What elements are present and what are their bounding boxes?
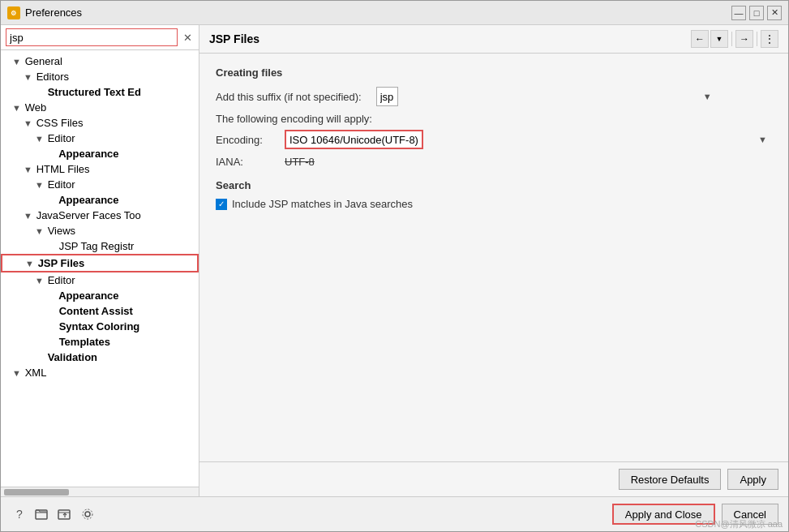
nav-separator-2 [757, 32, 757, 46]
expander-icon [35, 353, 45, 363]
forward-button[interactable]: → [735, 30, 753, 48]
expander-icon: ▼ [35, 226, 45, 236]
tree-item-jsf-views[interactable]: ▼ Views [1, 223, 199, 238]
nav-separator [731, 32, 732, 46]
encoding-dropdown-arrow: ▼ [758, 135, 767, 144]
tree-item-general[interactable]: ▼ General [1, 54, 199, 69]
tree-item-validation[interactable]: Validation [1, 350, 199, 365]
tree-item-label: CSS Files [36, 117, 84, 129]
dialog-icon: ⚙ [7, 6, 20, 19]
expander-icon: ▼ [24, 118, 33, 128]
search-input[interactable] [6, 28, 178, 46]
maximize-button[interactable]: □ [749, 6, 764, 20]
tree-item-jsf-tag-registry[interactable]: JSP Tag Registr [1, 238, 199, 254]
suffix-select[interactable]: jsp [376, 87, 398, 106]
tree-item-jsp-appearance[interactable]: Appearance [1, 288, 199, 303]
restore-defaults-button[interactable]: Restore Defaults [619, 469, 722, 490]
dialog-title: Preferences [25, 6, 731, 19]
back-dropdown-button[interactable]: ▼ [710, 30, 728, 48]
expander-icon: ▼ [12, 368, 22, 378]
expander-icon [35, 88, 45, 97]
encoding-section-title: The following encoding will apply: [216, 113, 772, 125]
action-buttons-bar: Restore Defaults Apply [199, 461, 788, 496]
tree-item-label: Editor [48, 178, 75, 191]
bottom-left-icons: ? [11, 505, 96, 523]
expander-icon: ▼ [35, 180, 45, 190]
tree-item-css-editor[interactable]: ▼ Editor [1, 131, 199, 146]
creating-files-title: Creating files [216, 66, 772, 79]
tree-item-label: JavaServer Faces Too [36, 209, 141, 221]
nav-buttons: ← ▼ → ⋮ [691, 30, 778, 48]
tree-item-label: Structured Text Ed [48, 86, 141, 98]
apply-button[interactable]: Apply [727, 469, 778, 490]
settings-icon[interactable] [79, 505, 96, 523]
expander-icon: ▼ [35, 134, 45, 144]
expander-icon: ▼ [24, 72, 33, 82]
encoding-label: Encoding: [216, 134, 285, 146]
expander-icon: ▼ [24, 165, 33, 174]
tree-item-html-files[interactable]: ▼ HTML Files [1, 161, 199, 177]
iana-row: IANA: UTF-8 [216, 156, 772, 168]
minimize-button[interactable]: — [731, 6, 746, 20]
expander-icon [46, 307, 56, 316]
tree-item-web[interactable]: ▼ Web [1, 100, 199, 115]
search-section-title: Search [216, 179, 772, 191]
tree-item-html-appearance[interactable]: Appearance [1, 192, 199, 208]
tree-item-label: Appearance [58, 148, 118, 160]
tree-scrollbar[interactable] [1, 487, 199, 496]
expander-icon: ▼ [25, 259, 35, 268]
tree-item-label: Editors [36, 71, 69, 83]
suffix-row: Add this suffix (if not specified): jsp … [216, 87, 772, 106]
watermark: CSDN@清风微凉 aaa [695, 518, 783, 530]
right-panel: JSP Files ← ▼ → ⋮ Creating files Add thi… [199, 25, 788, 496]
tree-item-label: Views [48, 225, 75, 237]
tree-item-label: Web [25, 101, 47, 114]
tree-item-label: Validation [48, 351, 97, 363]
suffix-label: Add this suffix (if not specified): [216, 91, 362, 103]
encoding-select[interactable]: ISO 10646/Unicode(UTF-8) [285, 130, 423, 149]
back-button[interactable]: ← [691, 30, 709, 48]
close-button[interactable]: ✕ [767, 6, 782, 20]
checkmark-icon: ✓ [218, 200, 225, 208]
iana-label: IANA: [216, 156, 285, 168]
expander-icon [46, 149, 56, 159]
svg-point-6 [83, 509, 92, 519]
tree-item-html-editor[interactable]: ▼ Editor [1, 177, 199, 192]
right-content: Creating files Add this suffix (if not s… [199, 54, 788, 461]
more-button[interactable]: ⋮ [761, 30, 778, 48]
include-jsp-checkbox[interactable]: ✓ [216, 199, 227, 210]
encoding-dropdown-wrapper: ISO 10646/Unicode(UTF-8) ▼ [285, 130, 772, 149]
tree: ▼ General ▼ Editors Structured Text Ed ▼… [1, 50, 199, 487]
suffix-dropdown-wrapper: jsp ▼ [376, 87, 717, 106]
tree-item-label: XML [25, 367, 47, 379]
search-clear-button[interactable]: ✕ [181, 32, 194, 44]
tree-item-label: Content Assist [59, 305, 133, 317]
tree-item-xml[interactable]: ▼ XML [1, 365, 199, 380]
folder-in-icon [35, 507, 49, 521]
tree-item-syntax-coloring[interactable]: Syntax Coloring [1, 319, 199, 334]
title-bar: ⚙ Preferences — □ ✕ [1, 1, 788, 25]
include-jsp-label: Include JSP matches in Java searches [232, 198, 413, 210]
bottom-bar: ? [1, 496, 788, 531]
iana-value: UTF-8 [285, 156, 315, 168]
tree-item-css-appearance[interactable]: Appearance [1, 146, 199, 161]
tree-item-templates[interactable]: Templates [1, 334, 199, 350]
tree-item-label: JSP Tag Registr [59, 240, 135, 252]
help-icon[interactable]: ? [11, 505, 28, 523]
tree-item-content-assist[interactable]: Content Assist [1, 303, 199, 319]
left-panel: ✕ ▼ General ▼ Editors Structured Text Ed [1, 25, 199, 496]
import-preferences-icon[interactable] [33, 505, 51, 523]
expander-icon: ▼ [24, 211, 33, 221]
expander-icon: ▼ [35, 276, 45, 285]
expander-icon [46, 242, 56, 251]
tree-item-jsf[interactable]: ▼ JavaServer Faces Too [1, 208, 199, 223]
tree-item-jsp-files[interactable]: ▼ JSP Files [1, 254, 199, 272]
tree-item-jsp-editor[interactable]: ▼ Editor [1, 272, 199, 288]
tree-item-css-files[interactable]: ▼ CSS Files [1, 115, 199, 131]
tree-item-structured-text[interactable]: Structured Text Ed [1, 84, 199, 100]
expander-icon [46, 291, 56, 301]
tree-item-label: Syntax Coloring [59, 320, 140, 332]
tree-item-editors[interactable]: ▼ Editors [1, 69, 199, 84]
svg-text:⚙: ⚙ [11, 10, 16, 17]
export-preferences-icon[interactable] [56, 505, 74, 523]
